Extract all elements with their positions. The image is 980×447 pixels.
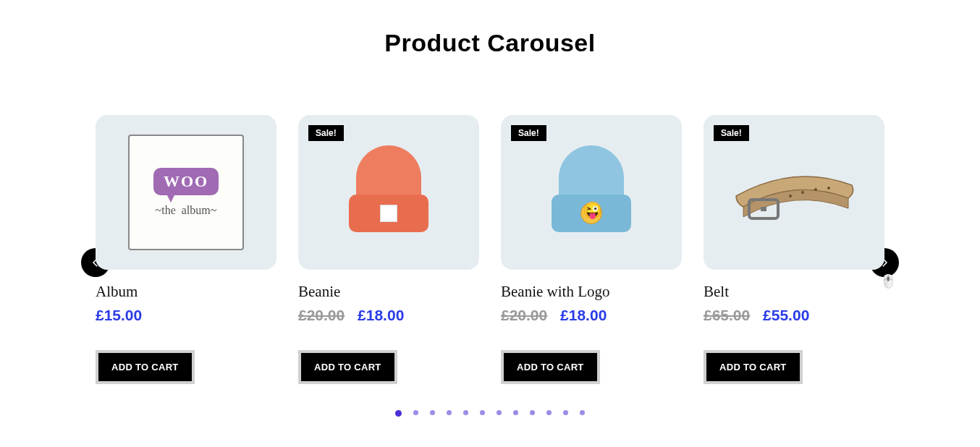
old-price: £65.00 [704, 307, 750, 323]
product-image: WOO ~the album~ [96, 115, 276, 270]
current-price: £15.00 [96, 307, 142, 323]
pagination-dot[interactable] [580, 410, 585, 415]
product-title: Beanie with Logo [501, 283, 682, 301]
product-card[interactable]: Sale! Beanie £20.00 £18.00 ADD TO CART [298, 115, 479, 384]
sale-badge: Sale! [714, 125, 749, 141]
belt-illustration [722, 156, 866, 229]
pagination-dot[interactable] [413, 410, 418, 415]
pagination-dot[interactable] [447, 410, 452, 415]
product-card[interactable]: Sale! Beanie with Logo £20.00 £18.00 ADD… [501, 115, 682, 384]
svg-point-2 [789, 195, 792, 197]
add-to-cart-button[interactable]: ADD TO CART [704, 350, 803, 384]
product-price: £65.00 £55.00 [704, 307, 884, 324]
current-price: £18.00 [358, 307, 404, 323]
beanie-logo-illustration [552, 145, 631, 239]
album-illustration: WOO ~the album~ [128, 135, 244, 250]
carousel-track: WOO ~the album~ Album £15.00 ADD TO CART… [96, 115, 884, 384]
product-title: Belt [704, 283, 884, 301]
pagination-dot[interactable] [530, 410, 535, 415]
svg-point-4 [814, 188, 817, 191]
pagination-dot[interactable] [463, 410, 468, 415]
product-price: £20.00 £18.00 [501, 307, 682, 324]
pagination-dot[interactable] [563, 410, 568, 415]
old-price: £20.00 [298, 307, 345, 323]
product-card[interactable]: Sale! Belt £65.00 £55.00 [704, 115, 884, 384]
old-price: £20.00 [501, 307, 547, 323]
pagination-dot[interactable] [513, 410, 518, 415]
product-image: Sale! [704, 115, 884, 270]
product-title: Beanie [298, 283, 479, 301]
product-carousel: WOO ~the album~ Album £15.00 ADD TO CART… [96, 115, 884, 417]
current-price: £18.00 [560, 307, 607, 323]
pagination-dot[interactable] [497, 410, 502, 415]
add-to-cart-button[interactable]: ADD TO CART [298, 350, 397, 384]
product-image: Sale! [298, 115, 479, 270]
sale-badge: Sale! [511, 125, 546, 141]
product-card[interactable]: WOO ~the album~ Album £15.00 ADD TO CART [96, 115, 276, 384]
add-to-cart-button[interactable]: ADD TO CART [501, 350, 600, 384]
svg-point-3 [801, 191, 804, 194]
product-price: £20.00 £18.00 [298, 307, 479, 324]
sale-badge: Sale! [308, 125, 344, 141]
product-title: Album [96, 283, 276, 301]
svg-rect-1 [761, 207, 766, 211]
pagination-dot[interactable] [395, 410, 402, 417]
product-image: Sale! [501, 115, 682, 270]
pagination-dot[interactable] [546, 410, 552, 415]
page-title: Product Carousel [0, 29, 980, 57]
add-to-cart-button[interactable]: ADD TO CART [96, 350, 195, 384]
current-price: £55.00 [763, 307, 809, 323]
carousel-pagination [96, 410, 884, 417]
beanie-illustration [349, 145, 428, 239]
product-price: £15.00 [96, 307, 276, 324]
pagination-dot[interactable] [480, 410, 485, 415]
pagination-dot[interactable] [430, 410, 435, 415]
svg-point-5 [827, 187, 830, 190]
